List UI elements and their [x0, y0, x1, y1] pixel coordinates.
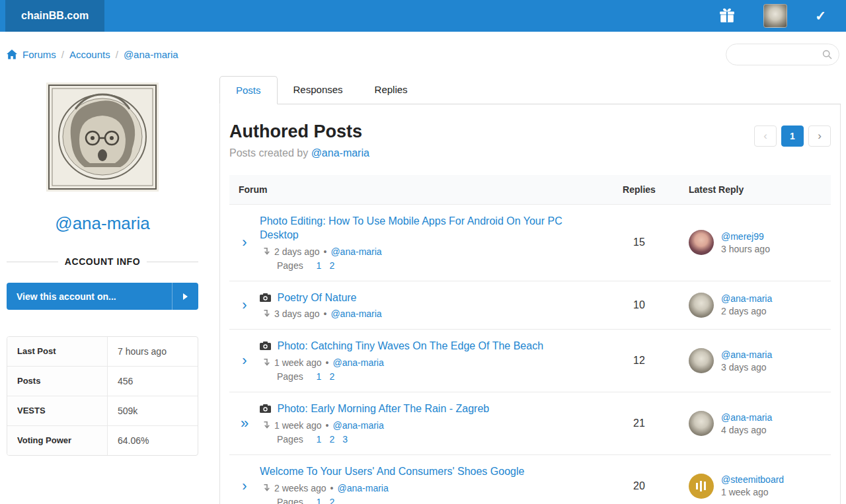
post-time: 2 weeks ago: [274, 483, 327, 493]
latest-reply-avatar[interactable]: [689, 230, 714, 255]
page-link[interactable]: 1: [317, 497, 322, 504]
breadcrumb-separator: /: [61, 49, 64, 60]
post-row: › Poetry Of Nature: [229, 281, 831, 330]
page-link[interactable]: 1: [317, 434, 322, 445]
post-title-text: Photo Editing: How To Use Mobile Apps Fo…: [260, 215, 562, 240]
post-author-link[interactable]: @ana-maria: [333, 420, 384, 431]
tab-posts[interactable]: Posts: [219, 76, 278, 104]
stat-row-last-post: Last Post 7 hours ago: [7, 337, 198, 367]
latest-reply-avatar[interactable]: [689, 293, 714, 318]
stat-label: Voting Power: [7, 426, 108, 455]
segment-header: Authored Posts Posts created by @ana-mar…: [229, 118, 831, 159]
breadcrumb-separator: /: [116, 49, 118, 60]
view-account-button-label: View this account on...: [17, 291, 116, 302]
next-page-button[interactable]: ›: [808, 126, 831, 147]
post-meta: 1 week ago • @ana-maria: [260, 420, 590, 431]
post-title-text: Photo: Catching Tiny Waves On The Edge O…: [277, 340, 543, 351]
tab-replies[interactable]: Replies: [359, 76, 424, 104]
post-author-link[interactable]: @ana-maria: [333, 357, 384, 368]
expand-post-chevron-icon[interactable]: »: [229, 416, 260, 431]
breadcrumb-accounts[interactable]: Accounts: [69, 49, 110, 60]
stat-value: 7 hours ago: [108, 337, 176, 366]
latest-reply-time: 1 week ago: [721, 487, 784, 497]
stat-label: VESTS: [7, 396, 108, 425]
latest-reply-time: 3 hours ago: [721, 244, 770, 254]
brand-logo[interactable]: chainBB.com: [5, 0, 104, 32]
latest-reply-cell: @ana-maria 3 days ago: [672, 348, 831, 373]
home-icon[interactable]: [7, 50, 17, 59]
post-meta: 1 week ago • @ana-maria: [260, 357, 590, 368]
page-links: 123: [309, 434, 348, 445]
latest-reply-avatar[interactable]: [689, 474, 714, 499]
post-meta: 2 days ago • @ana-maria: [260, 246, 590, 257]
level-down-icon: [263, 359, 270, 367]
latest-reply-user-link[interactable]: @ana-maria: [721, 349, 772, 360]
meta-separator: •: [326, 420, 329, 431]
post-author-link[interactable]: @ana-maria: [330, 308, 381, 319]
page-link[interactable]: 3: [342, 434, 348, 445]
camera-icon: [260, 293, 271, 302]
dropdown-caret-icon: [172, 283, 198, 310]
latest-reply-user-link[interactable]: @ana-maria: [721, 293, 772, 304]
post-title-link[interactable]: Photo: Catching Tiny Waves On The Edge O…: [260, 340, 590, 353]
post-title-link[interactable]: Poetry Of Nature: [260, 291, 590, 305]
post-author-link[interactable]: @ana-maria: [338, 483, 389, 493]
meta-separator: •: [326, 357, 329, 368]
account-stats-table: Last Post 7 hours ago Posts 456 VESTS 50…: [7, 336, 198, 456]
post-pages: Pages 12: [260, 260, 590, 271]
posts-segment: Authored Posts Posts created by @ana-mar…: [219, 104, 841, 504]
post-title-text: Poetry Of Nature: [277, 292, 356, 303]
navbar-actions: ✓: [718, 4, 826, 28]
posts-table-body: › Photo Editing: How To Use Mobile Apps …: [229, 205, 831, 504]
post-title-link[interactable]: Welcome To Your Users' And Consumers' Sh…: [260, 465, 590, 479]
post-meta: 2 weeks ago • @ana-maria: [260, 483, 590, 493]
subtitle-text: Posts created by: [229, 147, 308, 159]
post-title-link[interactable]: Photo Editing: How To Use Mobile Apps Fo…: [260, 215, 590, 242]
subtitle-user-link[interactable]: @ana-maria: [311, 147, 369, 159]
page-link[interactable]: 2: [329, 260, 334, 271]
page-title: Authored Posts: [229, 122, 369, 142]
check-icon[interactable]: ✓: [815, 8, 826, 24]
replies-count: 15: [606, 236, 672, 248]
latest-reply-user-link[interactable]: @ana-maria: [721, 412, 772, 423]
stat-label: Posts: [7, 367, 108, 396]
post-title-link[interactable]: Photo: Early Morning After The Rain - Za…: [260, 402, 590, 416]
page-link[interactable]: 2: [329, 497, 334, 504]
page-link[interactable]: 1: [317, 371, 322, 382]
page-link[interactable]: 2: [329, 434, 334, 445]
page-link[interactable]: 1: [317, 260, 322, 271]
user-avatar[interactable]: [763, 4, 787, 28]
page-link[interactable]: 2: [329, 371, 334, 382]
level-down-icon: [263, 310, 270, 318]
breadcrumb-forums[interactable]: Forums: [22, 49, 56, 60]
latest-reply-cell: @merej99 3 hours ago: [672, 230, 831, 255]
tab-responses[interactable]: Responses: [278, 76, 359, 104]
meta-separator: •: [330, 483, 334, 493]
posts-table-header: Forum Replies Latest Reply: [229, 175, 831, 205]
latest-reply-cell: @ana-maria 2 days ago: [672, 293, 831, 318]
latest-reply-user-link[interactable]: @merej99: [721, 231, 770, 242]
prev-page-button[interactable]: ‹: [754, 126, 777, 147]
post-row: › Photo Editing: How To Use Mobile Apps …: [229, 205, 831, 281]
view-account-button[interactable]: View this account on...: [7, 283, 198, 310]
latest-reply-user-link[interactable]: @steemitboard: [721, 474, 784, 485]
expand-post-chevron-icon[interactable]: ›: [229, 353, 260, 368]
stat-value: 64.06%: [108, 426, 159, 455]
latest-reply-avatar[interactable]: [689, 348, 714, 373]
expand-post-chevron-icon[interactable]: ›: [229, 235, 260, 250]
latest-reply-avatar[interactable]: [689, 411, 714, 436]
gift-icon[interactable]: [718, 7, 736, 24]
replies-count: 10: [606, 299, 672, 311]
meta-separator: •: [324, 246, 327, 257]
replies-count: 21: [606, 417, 672, 429]
expand-post-chevron-icon[interactable]: ›: [229, 298, 260, 312]
replies-count: 20: [606, 480, 672, 492]
post-time: 1 week ago: [274, 420, 322, 431]
page-1-button[interactable]: 1: [781, 126, 804, 147]
account-info-header: ACCOUNT INFO: [7, 256, 198, 267]
expand-post-chevron-icon[interactable]: ›: [229, 479, 260, 493]
latest-reply-cell: @steemitboard 1 week ago: [672, 474, 831, 499]
post-author-link[interactable]: @ana-maria: [330, 246, 381, 257]
page-header-row: Forums / Accounts / @ana-maria: [0, 32, 846, 73]
search-icon[interactable]: [822, 50, 832, 59]
